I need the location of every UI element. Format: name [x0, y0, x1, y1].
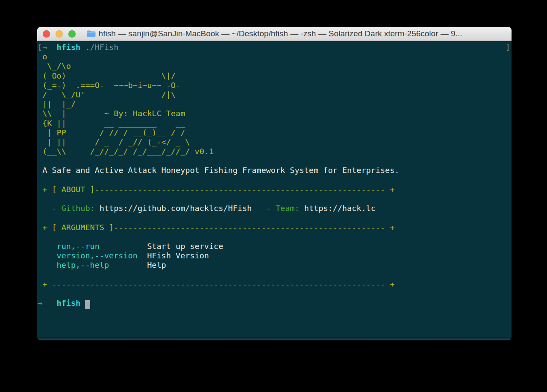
terminal-text: HFish Version [147, 251, 209, 260]
terminal-text: hfish [57, 43, 81, 52]
terminal-line [38, 232, 512, 242]
terminal-text [80, 43, 85, 52]
terminal-line: ( Oo) \|/ [38, 71, 512, 81]
zoom-button[interactable] [68, 30, 76, 38]
folder-icon [87, 30, 96, 37]
terminal-line: \_/\o [38, 61, 512, 71]
terminal-line: version,--version HFish Version [38, 251, 512, 260]
terminal-text [109, 260, 147, 269]
terminal-text: https://github.com/hacklcs/HFish [95, 204, 252, 213]
terminal-line [38, 213, 512, 222]
terminal-line: (__\\ /_//_/_/ /_/___/_//_/ v0.1 [38, 147, 512, 156]
terminal-text: / \_/U' /|\ [38, 90, 176, 99]
terminal-line: A Safe and Active Attack Honeypot Fishin… [38, 166, 512, 175]
window-bottom-edge [37, 337, 512, 340]
terminal-text: | || / _ / _// (_-</ _ \ [38, 137, 190, 146]
terminal-text: || |_/ [38, 99, 76, 108]
terminal-text: help,--help [38, 260, 109, 269]
terminal-text: version,--version [38, 251, 138, 260]
terminal-text: run,--run [38, 242, 100, 251]
terminal-line: \\ | ~ By: HackLC Team [38, 109, 512, 118]
terminal-text: https://hack.lc [300, 204, 376, 213]
terminal-text: → [42, 43, 47, 52]
terminal-text [42, 298, 56, 307]
titlebar[interactable]: hfish — sanjin@SanJin-MacBook — ~/Deskto… [37, 27, 512, 41]
terminal-line: | PP / // / __(_)__ / / [38, 128, 512, 137]
terminal-line: + --------------------------------------… [38, 280, 512, 289]
terminal-content[interactable]: [→ hfish ./HFish] o \_/\o ( Oo) \|/ (_=-… [37, 41, 512, 337]
terminal-line: | || / _ / _// (_-</ _ \ [38, 137, 512, 147]
terminal-line: || |_/ [38, 99, 512, 109]
terminal-text: [ [38, 43, 42, 52]
terminal-window: hfish — sanjin@SanJin-MacBook — ~/Deskto… [37, 27, 512, 340]
minimize-button[interactable] [56, 30, 63, 38]
terminal-text: + [ ABOUT ]-----------------------------… [38, 185, 394, 194]
window-title: hfish — sanjin@SanJin-MacBook — ~/Deskto… [99, 29, 462, 38]
terminal-line: + [ ABOUT ]-----------------------------… [38, 185, 512, 194]
terminal-line [38, 176, 512, 185]
terminal-line [38, 270, 512, 280]
terminal-line: o [38, 52, 512, 61]
terminal-text [138, 251, 147, 260]
traffic-lights [43, 27, 76, 41]
terminal-text: \_/\o [38, 61, 71, 70]
terminal-text: {K || __ ________ __ [38, 119, 185, 128]
terminal-line: help,--help Help [38, 260, 512, 270]
terminal-text: ( Oo) \|/ [38, 71, 176, 80]
terminal-text: + [ ARGUMENTS ]-------------------------… [38, 223, 394, 232]
title-area: hfish — sanjin@SanJin-MacBook — ~/Deskto… [87, 29, 462, 38]
terminal-text: Help [147, 260, 166, 269]
terminal-line [38, 156, 512, 166]
terminal-text: A Safe and Active Attack Honeypot Fishin… [38, 166, 399, 175]
terminal-line [38, 194, 512, 204]
terminal-line: - Github: https://github.com/hacklcs/HFi… [38, 204, 512, 213]
terminal-text: - Github: [38, 204, 95, 213]
terminal-line: / \_/U' /|\ [38, 90, 512, 99]
terminal-line: run,--run Start up service [38, 242, 512, 251]
terminal-text: - Team: [252, 204, 299, 213]
terminal-text: → [38, 298, 42, 307]
terminal-line: (_=-) .===O- ~~~b~i~u~~ -O- [38, 81, 512, 90]
terminal-text: o [38, 52, 47, 61]
terminal-text: \\ | ~ By: HackLC Team [38, 109, 185, 118]
terminal-text: (_=-) .===O- ~~~b~i~u~~ -O- [38, 81, 180, 90]
terminal-line: {K || __ ________ __ [38, 119, 512, 128]
close-button[interactable] [43, 30, 50, 38]
terminal-text: ./HFish [85, 43, 118, 52]
terminal-text: Start up service [147, 242, 223, 251]
terminal-line: + [ ARGUMENTS ]-------------------------… [38, 223, 512, 232]
right-prompt-bracket: ] [506, 43, 510, 52]
terminal-text: hfish [57, 298, 81, 307]
terminal-text: | PP / // / __(_)__ / / [38, 128, 185, 137]
terminal-cursor [85, 300, 90, 309]
terminal-line [38, 289, 512, 298]
terminal-text [80, 298, 85, 307]
terminal-text [47, 43, 56, 52]
terminal-line: → hfish [38, 298, 512, 308]
desktop-background: hfish — sanjin@SanJin-MacBook — ~/Deskto… [0, 0, 547, 392]
terminal-text [100, 242, 147, 251]
terminal-text: (__\\ /_//_/_/ /_/___/_//_/ v0.1 [38, 147, 214, 156]
terminal-text: + --------------------------------------… [38, 280, 394, 289]
terminal-line: [→ hfish ./HFish] [38, 43, 512, 52]
